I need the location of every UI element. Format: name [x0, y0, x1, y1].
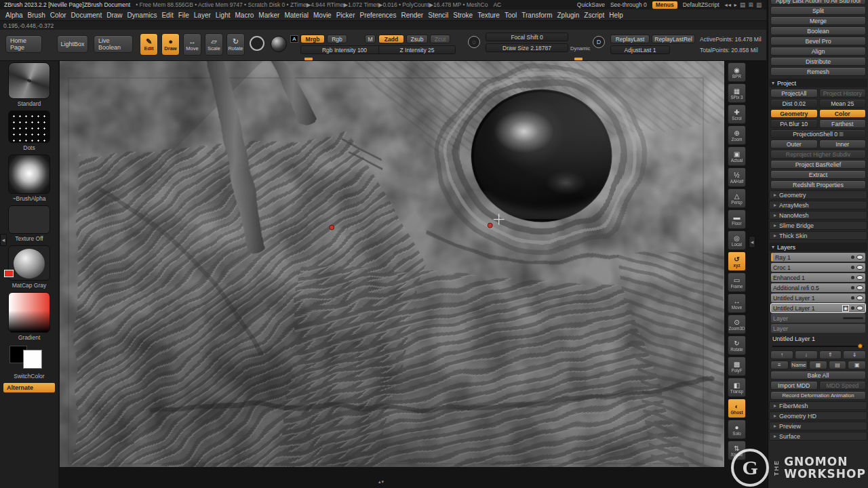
shelf-persp-button[interactable]: △Persp: [728, 188, 746, 208]
titlebar-window-icons[interactable]: ◂◂ ▸ ▤ ⊞ ▥: [725, 1, 762, 8]
brush-selector-thumbnail[interactable]: [8, 62, 50, 99]
rotate-mode-button[interactable]: ↻Rotate: [226, 33, 245, 56]
menu-marker[interactable]: Marker: [258, 12, 279, 19]
move-mode-button[interactable]: ↔Move: [183, 33, 201, 56]
tool-merge-button[interactable]: Merge: [770, 16, 866, 25]
tool-farthest-button[interactable]: Farthest: [819, 119, 867, 128]
menu-light[interactable]: Light: [216, 12, 231, 19]
tool-redshift-properties-button[interactable]: Redshift Properties: [770, 180, 866, 189]
document-canvas[interactable]: [60, 61, 724, 467]
tool-dist-0-02-button[interactable]: Dist 0.02: [770, 99, 818, 108]
menu-render[interactable]: Render: [401, 12, 423, 19]
shelf-frame-button[interactable]: ▭Frame: [728, 272, 746, 292]
replay-last-rel-button[interactable]: ReplayLastRel: [652, 35, 695, 43]
quicksave-button[interactable]: QuickSave: [577, 1, 605, 8]
shelf-spix-3-button[interactable]: ▦SPix 3: [728, 83, 746, 103]
layer-intensity-dot[interactable]: [851, 286, 854, 289]
menus-button[interactable]: Menus: [652, 1, 677, 9]
layer-layer[interactable]: Layer: [771, 314, 865, 323]
shelf-scrol-button[interactable]: ✚Scrol: [728, 104, 746, 124]
tool-pa-blur-10-button[interactable]: PA Blur 10: [770, 119, 818, 128]
layer-tool-btn[interactable]: ▤: [829, 361, 847, 369]
shelf-xpose-button[interactable]: ⇅Xpose: [728, 441, 746, 460]
layer-layer[interactable]: Layer: [771, 324, 865, 333]
menu-texture[interactable]: Texture: [477, 12, 500, 19]
primary-color-swatch[interactable]: [23, 350, 42, 369]
shelf-ghost-button[interactable]: ◐Ghost: [728, 399, 746, 418]
layer-untitled-layer-1[interactable]: Untitled Layer 1◉: [771, 304, 865, 312]
menu-draw[interactable]: Draw: [106, 12, 122, 19]
tool-remesh-button[interactable]: Remesh: [770, 67, 866, 76]
tool-projectionshell-0-button[interactable]: ProjectionShell 0▥: [770, 129, 866, 138]
stroke-selector-thumbnail[interactable]: [8, 110, 50, 143]
layer-visibility-eye-icon[interactable]: [856, 275, 863, 280]
alpha-chip[interactable]: A: [290, 35, 298, 43]
section-layers[interactable]: ▾Layers: [769, 243, 867, 251]
layer-intensity-dot[interactable]: [851, 256, 854, 259]
layer-record-icon[interactable]: ◉: [842, 305, 849, 312]
menu-help[interactable]: Help: [609, 12, 623, 19]
layer-intensity-dot[interactable]: [851, 296, 854, 300]
layer-tool-btn[interactable]: ▦: [809, 361, 827, 369]
tool-projectall-button[interactable]: ProjectAll: [770, 89, 818, 98]
tool-bake-all-button[interactable]: Bake All: [770, 371, 866, 380]
section-geometry[interactable]: ▸Geometry: [769, 190, 867, 199]
scale-mode-button[interactable]: ▱Scale: [205, 33, 223, 56]
shelf-zoom3d-button[interactable]: ⊙Zoom3D: [728, 314, 746, 334]
tool-split-button[interactable]: Split: [770, 6, 866, 15]
menu-movie[interactable]: Movie: [313, 12, 332, 19]
layer-tool-btn[interactable]: ⇓: [843, 350, 866, 359]
section-surface[interactable]: ▸Surface: [769, 432, 867, 441]
layer-intensity-dot[interactable]: [851, 276, 854, 279]
layer-visibility-eye-icon[interactable]: [856, 255, 863, 260]
shelf-floor-button[interactable]: ▬Floor: [728, 209, 746, 229]
layer-visibility-eye-icon[interactable]: [856, 296, 863, 300]
shelf-bpr-button[interactable]: ◉BPR: [728, 62, 746, 82]
tool-import-mdd-button[interactable]: Import MDD: [770, 381, 818, 390]
tool-extract-button[interactable]: Extract: [770, 170, 866, 179]
tool-record-deformation-animation-button[interactable]: Record Deformation Animation: [770, 391, 866, 400]
color-picker[interactable]: [8, 292, 50, 333]
tool-outer-button[interactable]: Outer: [770, 140, 818, 148]
zcut-button[interactable]: Zcut: [430, 35, 450, 43]
tool-mdd-speed-button[interactable]: MDD Speed: [819, 381, 867, 390]
menu-color[interactable]: Color: [50, 12, 66, 19]
section-arraymesh[interactable]: ▸ArrayMesh: [769, 201, 867, 209]
tool-color-button[interactable]: Color: [819, 109, 867, 118]
menu-transform[interactable]: Transform: [521, 12, 552, 19]
layer-enhanced-1[interactable]: Enhanced 1: [771, 273, 865, 282]
tool-inner-button[interactable]: Inner: [819, 140, 867, 148]
z-intensity-slider[interactable]: Z Intensity 25: [378, 45, 456, 54]
layer-intensity-dot[interactable]: [851, 306, 854, 310]
tool-mean-25-button[interactable]: Mean 25: [819, 99, 867, 108]
section-nanomesh[interactable]: ▸NanoMesh: [769, 211, 867, 220]
edit-mode-button[interactable]: ✎Edit: [140, 33, 158, 56]
tool-project-basrelief-button[interactable]: Project BasRelief: [770, 160, 866, 169]
section-preview[interactable]: ▸Preview: [769, 422, 867, 430]
section-thick-skin[interactable]: ▸Thick Skin: [769, 231, 867, 240]
replay-icon[interactable]: D: [593, 36, 605, 48]
menu-preferences[interactable]: Preferences: [359, 12, 396, 19]
layer-intensity-dot[interactable]: [851, 266, 854, 269]
layer-ray-1[interactable]: Ray 1: [771, 253, 865, 262]
tool-project-history-button[interactable]: Project History: [819, 89, 867, 98]
layer-tool-btn[interactable]: ▣: [848, 361, 866, 369]
menu-tool[interactable]: Tool: [505, 12, 517, 19]
alpha-selector-thumbnail[interactable]: [8, 155, 50, 194]
stroke-preview-icon[interactable]: [250, 36, 264, 51]
right-tray-collapse-arrow[interactable]: ◂: [749, 236, 755, 248]
layer-croc-1[interactable]: Croc 1: [771, 263, 865, 272]
layer-tool-btn[interactable]: ⇑: [819, 350, 842, 359]
alternate-button[interactable]: Alternate: [3, 383, 55, 392]
replay-last-button[interactable]: ReplayLast: [610, 35, 650, 43]
tool-geometry-button[interactable]: Geometry: [770, 109, 818, 118]
menu-brush[interactable]: Brush: [28, 12, 45, 19]
m-button[interactable]: M: [365, 35, 376, 43]
section-fibermesh[interactable]: ▸FiberMesh: [769, 401, 867, 410]
menu-dynamics[interactable]: Dynamics: [127, 12, 157, 19]
home-page-button[interactable]: Home Page: [5, 35, 42, 53]
texture-selector-thumbnail[interactable]: [8, 205, 50, 234]
tool-reproject-higher-subdiv-button[interactable]: Reproject Higher Subdiv: [770, 150, 866, 159]
lightbox-button[interactable]: LightBox: [57, 35, 88, 53]
live-boolean-button[interactable]: Live Boolean: [94, 35, 133, 53]
